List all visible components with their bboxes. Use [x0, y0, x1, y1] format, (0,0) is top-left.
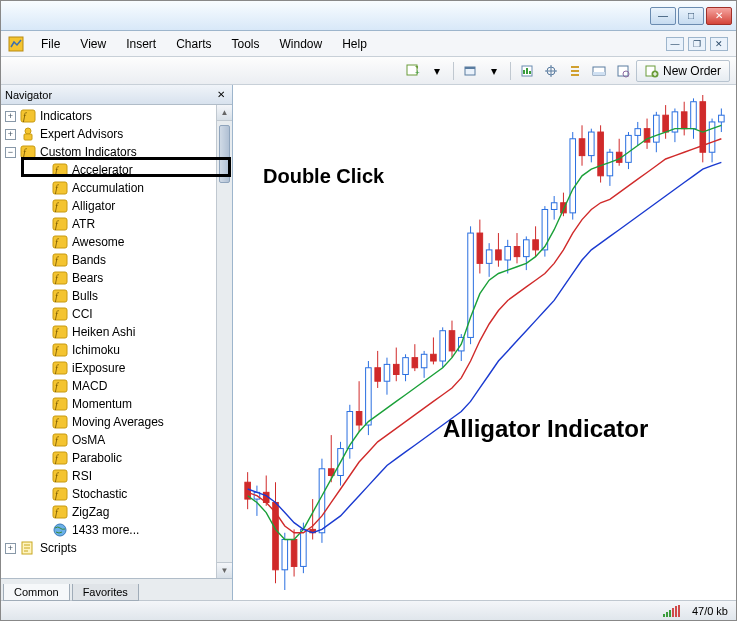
tree-node-icon: f [52, 162, 68, 178]
terminal-button[interactable] [588, 60, 610, 82]
tree-item-rsi[interactable]: fRSI [1, 467, 216, 485]
tree-item-macd[interactable]: fMACD [1, 377, 216, 395]
tree-node-icon: f [52, 252, 68, 268]
tree-node-label: ATR [72, 217, 95, 231]
tree-node-icon: f [52, 234, 68, 250]
navigator-tabs: Common Favorites [1, 578, 232, 600]
scroll-up-button[interactable]: ▲ [217, 105, 232, 121]
strategy-tester-button[interactable] [612, 60, 634, 82]
tree-item-ichimoku[interactable]: fIchimoku [1, 341, 216, 359]
tab-common[interactable]: Common [3, 584, 70, 601]
menu-charts[interactable]: Charts [166, 34, 221, 54]
tree-item-heiken-ashi[interactable]: fHeiken Ashi [1, 323, 216, 341]
tree-node-label: OsMA [72, 433, 105, 447]
svg-point-15 [25, 128, 31, 134]
tree-item-zigzag[interactable]: fZigZag [1, 503, 216, 521]
menu-insert[interactable]: Insert [116, 34, 166, 54]
navigator-panel: Navigator ✕ +fIndicators+Expert Advisors… [1, 85, 233, 600]
expand-icon[interactable]: + [5, 543, 16, 554]
profiles-dropdown-icon[interactable]: ▾ [483, 60, 505, 82]
tree-node-icon: f [20, 108, 36, 124]
window-close-button[interactable]: ✕ [706, 7, 732, 25]
tree-node-label: Bulls [72, 289, 98, 303]
svg-rect-140 [607, 152, 613, 176]
tree-item-atr[interactable]: fATR [1, 215, 216, 233]
window-maximize-button[interactable]: □ [678, 7, 704, 25]
chart-dropdown-icon[interactable]: ▾ [426, 60, 448, 82]
tree-item-iexposure[interactable]: fiExposure [1, 359, 216, 377]
tree-node-icon: f [52, 180, 68, 196]
menu-file[interactable]: File [31, 34, 70, 54]
svg-rect-112 [477, 233, 483, 263]
svg-rect-98 [412, 358, 418, 368]
tab-favorites[interactable]: Favorites [72, 584, 139, 601]
svg-rect-100 [421, 354, 427, 367]
svg-rect-124 [533, 240, 539, 250]
tree-node-label: Bands [72, 253, 106, 267]
tree-item-accumulation[interactable]: fAccumulation [1, 179, 216, 197]
svg-rect-114 [486, 250, 492, 263]
tree-item-parabolic[interactable]: fParabolic [1, 449, 216, 467]
navigator-toggle-button[interactable] [564, 60, 586, 82]
toolbar-separator [510, 62, 511, 80]
navigator-close-button[interactable]: ✕ [214, 88, 228, 102]
new-order-button[interactable]: New Order [636, 60, 730, 82]
chart-area[interactable]: Double Click Alligator Indicator [233, 85, 736, 600]
tree-item-bulls[interactable]: fBulls [1, 287, 216, 305]
menu-tools[interactable]: Tools [222, 34, 270, 54]
tree-node-icon: f [52, 324, 68, 340]
tree-item-cci[interactable]: fCCI [1, 305, 216, 323]
tree-node-label: Awesome [72, 235, 124, 249]
market-watch-button[interactable] [516, 60, 538, 82]
expand-icon[interactable]: + [5, 129, 16, 140]
tree-node-icon: f [52, 216, 68, 232]
menu-view[interactable]: View [70, 34, 116, 54]
mdi-minimize-button[interactable]: — [666, 37, 684, 51]
tree-item-stochastic[interactable]: fStochastic [1, 485, 216, 503]
svg-rect-150 [654, 115, 660, 142]
tree-item-moving-averages[interactable]: fMoving Averages [1, 413, 216, 431]
tree-custom-indicators[interactable]: −fCustom Indicators [1, 143, 216, 161]
collapse-icon[interactable]: − [5, 147, 16, 158]
scroll-down-button[interactable]: ▼ [217, 562, 232, 578]
tree-item-alligator[interactable]: fAlligator [1, 197, 216, 215]
svg-rect-74 [301, 529, 307, 566]
tree-node-icon: f [52, 342, 68, 358]
toolbar-separator [453, 62, 454, 80]
window-minimize-button[interactable]: — [650, 7, 676, 25]
new-chart-button[interactable]: + [402, 60, 424, 82]
svg-rect-78 [319, 469, 325, 533]
tree-expert-advisors[interactable]: +Expert Advisors [1, 125, 216, 143]
profiles-button[interactable] [459, 60, 481, 82]
tree-item-bears[interactable]: fBears [1, 269, 216, 287]
tree-node-label: Scripts [40, 541, 77, 555]
tree-item-awesome[interactable]: fAwesome [1, 233, 216, 251]
annotation-double-click: Double Click [263, 165, 384, 188]
tree-item-accelerator[interactable]: fAccelerator [1, 161, 216, 179]
tree-item-momentum[interactable]: fMomentum [1, 395, 216, 413]
tree-item-bands[interactable]: fBands [1, 251, 216, 269]
scroll-thumb[interactable] [219, 125, 230, 183]
tree-item-more[interactable]: 1433 more... [1, 521, 216, 539]
tree-node-icon: f [52, 396, 68, 412]
mdi-restore-button[interactable]: ❐ [688, 37, 706, 51]
crosshair-button[interactable] [540, 60, 562, 82]
mdi-close-button[interactable]: ✕ [710, 37, 728, 51]
navigator-tree[interactable]: +fIndicators+Expert Advisors−fCustom Ind… [1, 105, 216, 578]
tree-node-icon: f [52, 486, 68, 502]
tree-node-label: Moving Averages [72, 415, 164, 429]
tree-node-icon: f [52, 198, 68, 214]
tree-indicators[interactable]: +fIndicators [1, 107, 216, 125]
svg-rect-122 [524, 240, 530, 257]
tree-item-osma[interactable]: fOsMA [1, 431, 216, 449]
tree-node-label: MACD [72, 379, 107, 393]
traffic-counter: 47/0 kb [692, 605, 728, 617]
svg-rect-134 [579, 139, 585, 156]
menu-window[interactable]: Window [270, 34, 333, 54]
svg-rect-136 [589, 132, 595, 156]
menu-help[interactable]: Help [332, 34, 377, 54]
tree-scripts[interactable]: +Scripts [1, 539, 216, 557]
status-bar: 47/0 kb [1, 600, 736, 620]
expand-icon[interactable]: + [5, 111, 16, 122]
navigator-scrollbar[interactable]: ▲ ▼ [216, 105, 232, 578]
